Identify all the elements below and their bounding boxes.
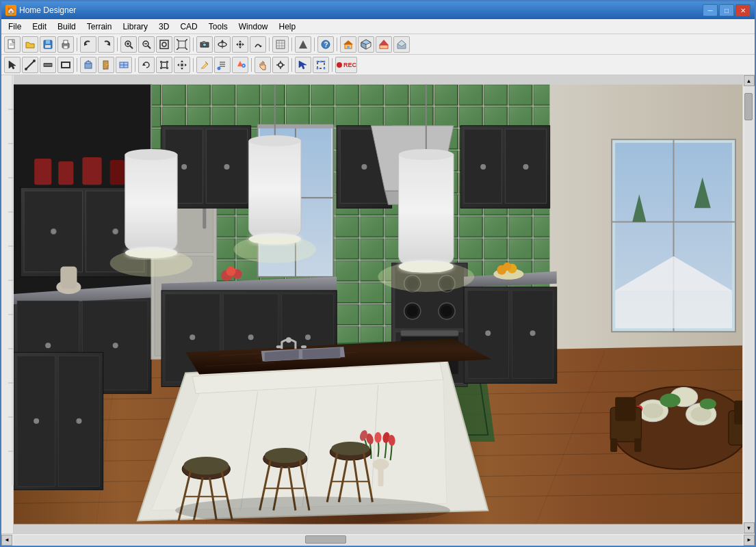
open-button[interactable] (22, 36, 38, 53)
house-button[interactable] (340, 36, 356, 53)
svg-line-12 (130, 46, 133, 49)
camera-button[interactable] (196, 36, 213, 53)
svg-rect-51 (380, 45, 388, 49)
menu-edit[interactable]: Edit (27, 19, 52, 34)
svg-line-22 (185, 39, 187, 41)
separator-t2-6 (332, 58, 333, 72)
redo-button[interactable] (98, 36, 114, 53)
move-button[interactable] (174, 57, 190, 73)
svg-marker-31 (239, 46, 242, 49)
rotate-button[interactable] (138, 57, 155, 73)
draw-rect-button[interactable] (57, 57, 74, 73)
svg-rect-5 (45, 45, 51, 48)
save-button[interactable] (40, 36, 56, 53)
svg-marker-32 (236, 43, 238, 46)
svg-rect-63 (86, 62, 90, 64)
select-tool-button[interactable] (4, 57, 21, 73)
separator-7 (337, 38, 337, 51)
arrow-up-button[interactable] (295, 36, 311, 53)
svg-marker-76 (181, 60, 183, 62)
svg-line-24 (185, 48, 187, 50)
svg-marker-50 (379, 40, 389, 45)
svg-rect-26 (203, 41, 205, 43)
transform-button[interactable] (313, 57, 329, 73)
separator-2 (117, 38, 118, 51)
scroll-thumb-vertical[interactable] (744, 93, 753, 120)
scroll-track-horizontal[interactable] (14, 535, 742, 545)
minimize-button[interactable]: ─ (703, 4, 718, 16)
svg-point-84 (218, 67, 220, 70)
snap-button[interactable] (272, 57, 289, 73)
svg-point-56 (25, 68, 27, 70)
rec-button[interactable]: REC (335, 57, 357, 73)
restore-button[interactable]: □ (719, 4, 734, 16)
scroll-right-button[interactable]: ► (744, 535, 755, 546)
svg-marker-301 (14, 84, 742, 524)
house-3d-button[interactable] (358, 36, 374, 53)
place-object-button[interactable] (80, 57, 96, 73)
place-door-button[interactable] (98, 57, 114, 73)
pencil-button[interactable] (196, 57, 213, 73)
menu-file[interactable]: File (3, 19, 27, 34)
hand-tool-button[interactable] (255, 57, 271, 73)
zoom-out-button[interactable] (138, 36, 155, 53)
title-bar-text: Home Designer (19, 5, 703, 15)
menu-window[interactable]: Window (233, 19, 274, 34)
scroll-thumb-horizontal[interactable] (305, 535, 346, 544)
camera-tilt-button[interactable] (250, 36, 266, 53)
svg-marker-77 (181, 68, 183, 70)
undo-button[interactable] (80, 36, 96, 53)
zoom-window-button[interactable] (156, 36, 172, 53)
menu-library[interactable]: Library (117, 19, 153, 34)
house-roof-button[interactable] (376, 36, 392, 53)
camera-orbit-button[interactable] (214, 36, 231, 53)
right-scrollbar: ▲ ▼ (742, 75, 755, 533)
draw-line-button[interactable] (22, 57, 38, 73)
menu-3d[interactable]: 3D (153, 19, 174, 34)
scroll-track-vertical[interactable] (744, 86, 754, 522)
separator-t2-3 (193, 58, 194, 72)
separator-3 (193, 38, 194, 51)
svg-line-16 (148, 46, 151, 49)
canvas-area[interactable] (14, 75, 742, 533)
menu-tools[interactable]: Tools (203, 19, 233, 34)
scroll-left-button[interactable]: ◄ (1, 535, 12, 546)
separator-t2-4 (251, 58, 252, 72)
menu-build[interactable]: Build (52, 19, 81, 34)
zoom-fit-button[interactable] (174, 36, 190, 53)
camera-pan-button[interactable] (232, 36, 248, 53)
close-button[interactable]: ✕ (735, 4, 751, 16)
svg-point-97 (337, 62, 342, 68)
menu-help[interactable]: Help (273, 19, 301, 34)
menu-terrain[interactable]: Terrain (81, 19, 118, 34)
svg-rect-71 (161, 62, 167, 68)
brush-button[interactable] (214, 57, 231, 73)
svg-text:?: ? (324, 41, 328, 49)
house-floor-button[interactable] (393, 36, 410, 53)
resize-button[interactable] (156, 57, 172, 73)
svg-point-57 (33, 59, 36, 62)
print-button[interactable] (57, 36, 74, 53)
place-window-button[interactable] (116, 57, 132, 73)
separator-1 (77, 38, 77, 51)
paint-fill-button[interactable] (232, 57, 248, 73)
separator-t2-2 (135, 58, 135, 72)
svg-point-96 (320, 60, 322, 62)
zoom-in-button[interactable] (120, 36, 137, 53)
svg-marker-44 (343, 40, 353, 44)
reference-grid-button[interactable] (272, 36, 289, 53)
draw-wall-button[interactable] (40, 57, 56, 73)
svg-rect-7 (64, 40, 68, 44)
scroll-up-button[interactable]: ▲ (744, 75, 755, 86)
svg-marker-54 (9, 61, 16, 69)
svg-line-55 (26, 61, 34, 69)
main-window: 🏠 Home Designer ─ □ ✕ File Edit Build Te… (0, 0, 756, 547)
svg-point-25 (203, 43, 207, 46)
arrow-tool-button[interactable] (295, 57, 311, 73)
new-button[interactable] (4, 36, 21, 53)
bottom-scrollbar: ◄ ► (1, 533, 755, 546)
help-button[interactable]: ? (317, 36, 334, 53)
menu-cad[interactable]: CAD (174, 19, 203, 34)
svg-line-21 (177, 39, 179, 41)
scroll-down-button[interactable]: ▼ (744, 522, 755, 533)
